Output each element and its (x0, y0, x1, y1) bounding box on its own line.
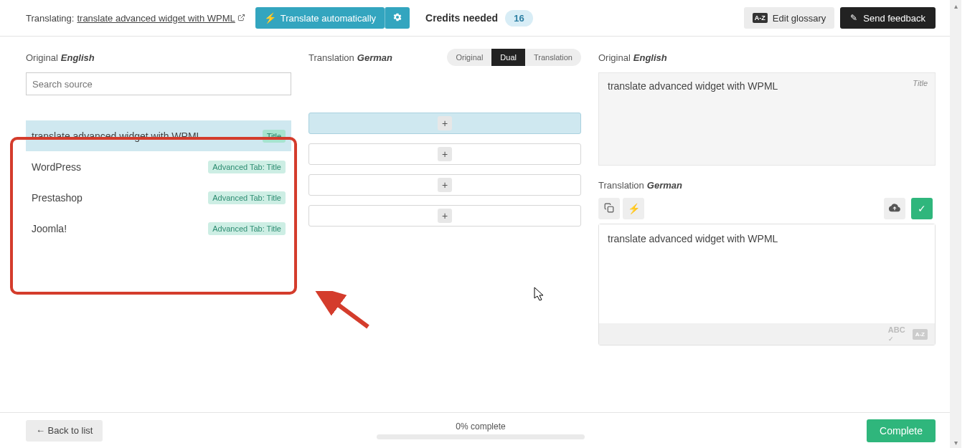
right-original-language: English (633, 52, 667, 63)
source-row[interactable]: WordPressAdvanced Tab: Title (26, 151, 291, 182)
translation-textarea[interactable] (599, 224, 935, 323)
spellcheck-icon[interactable]: ABC✓ (888, 325, 905, 343)
add-translation-button[interactable]: + (438, 116, 452, 130)
translation-label: Translation (308, 52, 354, 63)
cloud-button[interactable] (884, 198, 905, 219)
external-link-icon (237, 14, 245, 23)
translation-row[interactable]: + (308, 174, 581, 196)
source-row-text: Prestashop (32, 192, 83, 204)
bolt-icon: ⚡ (628, 203, 640, 214)
translate-automatically-button[interactable]: ⚡ Translate automatically (255, 7, 385, 29)
complete-button[interactable]: Complete (867, 419, 936, 442)
back-to-list-button[interactable]: ← Back to list (26, 420, 103, 442)
view-toggle: Original Dual Translation (447, 49, 581, 66)
translating-label: Translating: (26, 13, 74, 24)
right-original-header: Original English (598, 49, 936, 65)
translation-row[interactable]: + (308, 143, 581, 165)
original-title-tag: Title (913, 79, 928, 87)
bolt-icon: ⚡ (264, 12, 276, 24)
source-row-tag: Advanced Tab: Title (208, 222, 286, 235)
plus-icon: + (442, 148, 448, 160)
right-translation-header: Translation German (598, 180, 936, 191)
view-toggle-translation[interactable]: Translation (525, 49, 581, 66)
source-row[interactable]: PrestashopAdvanced Tab: Title (26, 182, 291, 213)
copy-source-button[interactable] (598, 198, 620, 219)
translation-row[interactable]: + (308, 113, 581, 134)
original-language: English (61, 52, 95, 63)
translate-automatically-label: Translate automatically (281, 13, 376, 24)
plus-icon: + (442, 118, 448, 129)
edit-glossary-label: Edit glossary (773, 13, 826, 24)
translate-settings-button[interactable] (385, 7, 410, 29)
progress-track (377, 434, 585, 439)
source-row-tag: Advanced Tab: Title (208, 191, 286, 204)
credits-needed-value: 16 (505, 10, 532, 27)
translation-column-header: Translation German Original Dual Transla… (308, 49, 581, 65)
page-scrollbar[interactable]: ▴ ▾ (950, 0, 961, 448)
bottom-bar: ← Back to list 0% complete Complete (0, 412, 961, 448)
scroll-up-icon[interactable]: ▴ (950, 0, 961, 11)
translation-row[interactable]: + (308, 205, 581, 227)
scroll-down-icon[interactable]: ▾ (950, 437, 961, 448)
translating-link[interactable]: translate advanced widget with WPML (77, 13, 235, 24)
cloud-upload-icon (889, 202, 900, 216)
svg-line-0 (240, 14, 244, 18)
pencil-icon: ✎ (850, 13, 857, 23)
add-translation-button[interactable]: + (438, 209, 452, 223)
plus-icon: + (442, 210, 448, 221)
check-icon: ✓ (918, 203, 926, 214)
plus-icon: + (442, 179, 448, 191)
translate-auto-group: ⚡ Translate automatically (255, 7, 410, 29)
add-translation-button[interactable]: + (438, 147, 452, 161)
source-row-tag: Title (263, 130, 286, 143)
right-original-label: Original (598, 52, 631, 63)
original-text: translate advanced widget with WPML (608, 80, 778, 92)
editor-footer: ABC✓ A-Z (599, 323, 935, 345)
translation-language: German (357, 52, 392, 63)
gear-icon (392, 12, 402, 24)
copy-icon (604, 203, 614, 215)
search-input[interactable] (26, 72, 291, 95)
add-translation-button[interactable]: + (438, 178, 452, 192)
original-column-header: Original English (26, 49, 291, 65)
top-bar: Translating: translate advanced widget w… (0, 0, 961, 37)
right-translation-label: Translation (598, 180, 644, 191)
source-row[interactable]: translate advanced widget with WPMLTitle (26, 120, 291, 151)
svg-rect-2 (608, 206, 613, 212)
source-row-text: Joomla! (32, 223, 67, 234)
credits-needed-label: Credits needed (425, 12, 498, 24)
original-text-box: translate advanced widget with WPML Titl… (598, 72, 936, 166)
source-row[interactable]: Joomla!Advanced Tab: Title (26, 213, 291, 244)
right-translation-language: German (647, 180, 682, 191)
edit-glossary-button[interactable]: A-Z Edit glossary (744, 7, 834, 29)
view-toggle-dual[interactable]: Dual (491, 49, 525, 66)
progress-indicator: 0% complete (377, 421, 585, 439)
view-toggle-original[interactable]: Original (447, 49, 491, 66)
source-row-text: WordPress (32, 161, 81, 173)
progress-label: 0% complete (377, 421, 585, 432)
glossary-icon: A-Z (753, 13, 768, 23)
source-row-text: translate advanced widget with WPML (32, 130, 202, 142)
machine-translate-button[interactable]: ⚡ (623, 198, 644, 219)
glossary-footer-icon[interactable]: A-Z (913, 329, 928, 340)
source-row-tag: Advanced Tab: Title (208, 161, 286, 173)
confirm-translation-button[interactable]: ✓ (911, 198, 933, 219)
send-feedback-button[interactable]: ✎ Send feedback (840, 7, 936, 29)
send-feedback-label: Send feedback (863, 13, 925, 24)
original-label: Original (26, 52, 58, 63)
translation-editor: ABC✓ A-Z (598, 224, 936, 345)
